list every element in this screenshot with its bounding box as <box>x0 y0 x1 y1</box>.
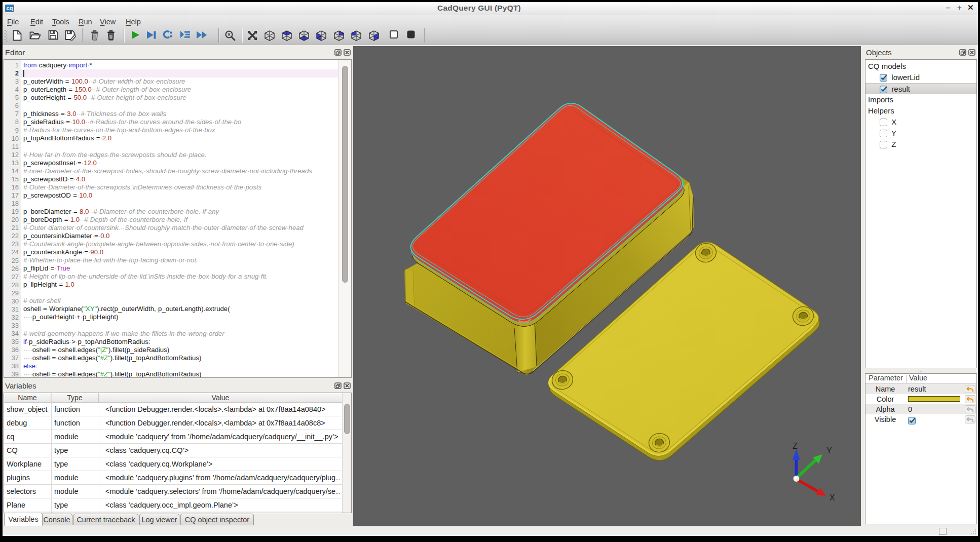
svg-text:Y: Y <box>826 446 832 455</box>
svg-text:Z: Z <box>793 442 798 450</box>
svg-text:X: X <box>830 493 835 502</box>
